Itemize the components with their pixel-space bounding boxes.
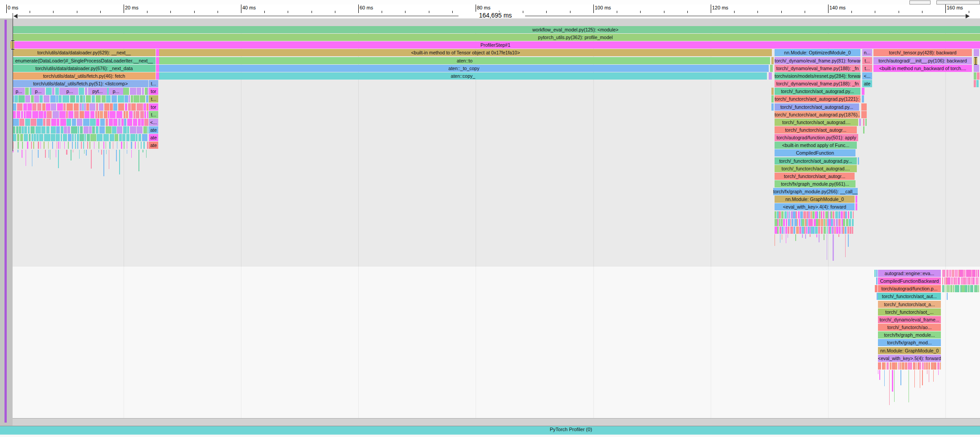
flame-microbar[interactable] [137, 103, 143, 111]
flame-microbar[interactable] [779, 219, 780, 226]
flame-microbar[interactable] [978, 270, 979, 277]
flame-microbar[interactable] [100, 111, 103, 118]
flame-bar[interactable]: torch/_functorch/aot_autograd.... [775, 119, 858, 126]
flame-microbar[interactable] [60, 119, 66, 126]
flame-microbar[interactable] [821, 227, 823, 234]
flame-microbar[interactable] [928, 362, 930, 370]
flame-microbar[interactable] [806, 227, 807, 234]
flame-spike[interactable] [938, 370, 939, 375]
flame-microbar[interactable] [803, 211, 806, 218]
flame-microbar[interactable] [104, 103, 109, 111]
flame-bar[interactable]: torch/_functorch/aot_autograd.py... [775, 88, 860, 95]
flame-microbar[interactable] [775, 219, 777, 226]
flame-bar[interactable]: p... [13, 88, 24, 95]
flame-microbar[interactable] [56, 95, 58, 103]
flame-spike[interactable] [127, 150, 127, 154]
flame-microbar[interactable] [136, 111, 139, 118]
flame-microbar[interactable] [21, 111, 23, 118]
flame-microbar[interactable] [137, 126, 143, 134]
flame-spike[interactable] [786, 234, 786, 243]
flame-microbar[interactable] [779, 211, 781, 218]
flame-microbar[interactable] [78, 126, 79, 134]
flame-microbar[interactable] [77, 134, 79, 141]
flame-sliver[interactable] [862, 88, 864, 95]
flame-spike[interactable] [909, 370, 909, 402]
flame-microbar[interactable] [836, 227, 838, 234]
flame-microbar[interactable] [83, 95, 85, 103]
flame-sliver[interactable] [156, 65, 159, 72]
flame-microbar[interactable] [808, 227, 809, 234]
flame-microbar[interactable] [133, 119, 137, 126]
flame-spike[interactable] [894, 370, 895, 402]
flame-microbar[interactable] [79, 88, 84, 95]
flame-microbar[interactable] [13, 119, 19, 126]
flame-microbar[interactable] [27, 103, 32, 111]
flame-sliver[interactable] [974, 49, 979, 56]
flame-microbar[interactable] [913, 362, 915, 370]
flame-microbar[interactable] [781, 211, 784, 218]
flame-microbar[interactable] [111, 95, 117, 103]
flame-spike[interactable] [780, 234, 780, 243]
flame-bar[interactable]: pyt... [88, 88, 107, 95]
flame-spike[interactable] [131, 150, 132, 158]
flame-microbar[interactable] [973, 277, 975, 285]
flame-spike[interactable] [879, 370, 880, 380]
flame-bar[interactable]: torch/utils/data/_utils/fetch.py(46): fe… [13, 72, 156, 80]
flame-sliver[interactable] [855, 196, 857, 203]
flame-microbar[interactable] [794, 219, 797, 226]
flame-microbar[interactable] [17, 111, 20, 118]
flame-bar[interactable]: torch/_functorch/aot_... [878, 308, 941, 316]
flame-microbar[interactable] [85, 88, 87, 95]
flame-bar[interactable]: t... [862, 65, 872, 72]
flame-microbar[interactable] [67, 126, 70, 134]
flame-spike[interactable] [884, 370, 885, 386]
flame-microbar[interactable] [976, 277, 978, 285]
flame-microbar[interactable] [972, 270, 976, 277]
flame-microbar[interactable] [75, 142, 76, 149]
flame-sliver[interactable] [858, 157, 859, 165]
flame-microbar[interactable] [126, 111, 128, 118]
flame-sliver[interactable] [863, 126, 864, 134]
flame-spike[interactable] [838, 234, 839, 237]
flame-sliver[interactable] [861, 103, 867, 111]
flame-bar[interactable]: torch/utils/data/_utils/fetch.py(51): <l… [13, 80, 148, 87]
flame-microbar[interactable] [27, 142, 28, 149]
flame-microbar[interactable] [68, 111, 73, 118]
flame-microbar[interactable] [23, 103, 27, 111]
flame-microbar[interactable] [143, 142, 145, 149]
flame-microbar[interactable] [131, 103, 136, 111]
flame-microbar[interactable] [797, 219, 798, 226]
flame-spike[interactable] [84, 150, 85, 154]
flame-sliver[interactable] [771, 88, 774, 95]
flame-microbar[interactable] [51, 134, 55, 141]
flame-microbar[interactable] [919, 362, 921, 370]
flame-microbar[interactable] [57, 142, 57, 149]
flame-spike[interactable] [929, 370, 929, 382]
flame-microbar[interactable] [121, 119, 124, 126]
flame-microbar[interactable] [98, 111, 99, 118]
flame-microbar[interactable] [144, 111, 146, 118]
flame-microbar[interactable] [100, 119, 105, 126]
flame-microbar[interactable] [80, 134, 84, 141]
flame-microbar[interactable] [36, 134, 39, 141]
flame-microbar[interactable] [850, 219, 851, 226]
flame-microbar[interactable] [97, 134, 102, 141]
flame-microbar[interactable] [63, 134, 67, 141]
flame-microbar[interactable] [134, 111, 135, 118]
flame-bar[interactable]: autograd::engine::eva... [878, 270, 941, 277]
flame-microbar[interactable] [72, 119, 76, 126]
flame-microbar[interactable] [849, 219, 850, 226]
flame-bar[interactable]: torch/_dynamo/eval_frame.py(188): _fn [775, 80, 860, 87]
flame-bar[interactable]: ate [149, 126, 158, 134]
flame-spike[interactable] [45, 150, 46, 158]
flame-bar[interactable]: torch/autograd/__init__.py(106): backwar… [873, 57, 972, 64]
flame-microbar[interactable] [90, 111, 94, 118]
flame-microbar[interactable] [147, 126, 148, 134]
flame-microbar[interactable] [942, 270, 945, 277]
flame-microbar[interactable] [24, 126, 27, 134]
flame-microbar[interactable] [123, 88, 129, 95]
flame-microbar[interactable] [952, 270, 954, 277]
flame-sliver[interactable] [771, 57, 774, 64]
flame-bar[interactable]: <... [149, 119, 158, 126]
flame-microbar[interactable] [124, 142, 125, 149]
